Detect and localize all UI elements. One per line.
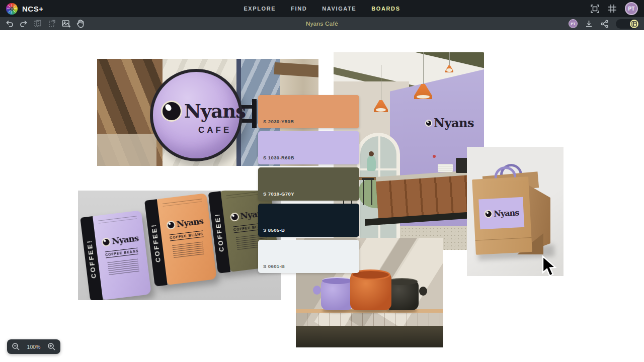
undo-icon[interactable]: [5, 19, 14, 28]
fit-to-screen-icon[interactable]: [590, 4, 600, 14]
panel-toggle[interactable]: [616, 19, 639, 29]
cafe-sign-disc: Nyans CAFE: [150, 69, 243, 161]
board-canvas[interactable]: Nyans CAFE Nyans: [0, 30, 644, 362]
bag-beans-text: COFFEE BEANS: [169, 230, 203, 241]
interior-wall-logo: Nyans: [425, 116, 474, 130]
bag-front: Nyans COFFEE BEANS: [157, 193, 217, 285]
color-swatch[interactable]: S 1030-R60B: [258, 131, 359, 164]
flower: [433, 155, 436, 158]
lamp-shade: [414, 84, 432, 99]
app-brand: NCS+: [6, 3, 43, 15]
subbar-right: PT: [569, 19, 639, 29]
color-swatch[interactable]: S 8505-B: [258, 204, 359, 237]
sign-stone-texture: [97, 134, 156, 166]
board-toolbar: Nyans Café PT: [0, 17, 644, 30]
cursor-arrow-icon: [541, 255, 556, 280]
swatch-code: S 0601-B: [263, 263, 285, 269]
color-swatch[interactable]: S 2030-Y50R: [258, 95, 359, 128]
coffee-bean-icon: [101, 237, 111, 247]
lamp-shade: [374, 100, 388, 112]
pendant-lamp: [414, 84, 432, 99]
bag-brand-text: Nyans: [494, 208, 519, 219]
swatch-code: S 1030-R60B: [263, 155, 294, 160]
sign-bracket-plate: [252, 99, 257, 128]
bag-zipper: [98, 216, 137, 223]
hand-tool-icon[interactable]: [76, 19, 85, 28]
bag-logo: Nyans: [95, 232, 145, 248]
board-title: Nyans Café: [306, 21, 338, 27]
mug-orange: [350, 273, 391, 310]
swatch-stack: S 2030-Y50R S 1030-R60B S 7010-G70Y S 85…: [258, 95, 359, 276]
bag-label: Nyans: [478, 197, 524, 230]
coffee-bean-icon: [484, 210, 493, 218]
topbar-right: PT: [590, 2, 638, 15]
swatch-code: S 2030-Y50R: [263, 119, 294, 124]
mug-purple: [321, 280, 353, 310]
share-icon[interactable]: [600, 20, 609, 28]
add-image-icon[interactable]: [61, 19, 71, 28]
nav-boards[interactable]: BOARDS: [371, 6, 400, 12]
wood-shelf: [296, 313, 443, 326]
interior-brand-text: Nyans: [434, 116, 474, 130]
bag-zipper: [163, 199, 202, 207]
ncs-color-wheel-icon: [6, 3, 18, 15]
coffee-bean-icon: [425, 120, 432, 127]
nav-find[interactable]: FIND: [291, 6, 307, 12]
bar-stool: [362, 178, 374, 205]
pendant-lamp: [445, 65, 453, 72]
bag-brand-text: Nyans: [111, 233, 139, 246]
sign-logo: Nyans: [161, 100, 246, 122]
grid-icon[interactable]: [608, 4, 617, 13]
avatar[interactable]: PT: [625, 2, 638, 15]
bag-front-face: Nyans: [472, 176, 532, 255]
coffee-bag-purple: COFFEE! Nyans COFFEE BEANS: [80, 210, 151, 300]
lamp-shade: [445, 65, 453, 72]
shelf-base: [296, 326, 443, 347]
collaborator-avatar[interactable]: PT: [569, 19, 578, 28]
nav-navigate[interactable]: NAVIGATE: [322, 6, 356, 12]
sign-brand-text: Nyans: [184, 100, 246, 122]
coffee-bean-icon: [166, 220, 176, 230]
download-icon[interactable]: [585, 20, 593, 28]
swatch-code: S 7010-G70Y: [263, 191, 294, 197]
cup-stack: [438, 164, 453, 172]
panel-toggle-knob: [630, 20, 638, 28]
bag-front: Nyans COFFEE BEANS: [93, 210, 151, 300]
zoom-in-icon[interactable]: [47, 342, 56, 351]
mug-handle: [313, 286, 321, 295]
zoom-out-icon[interactable]: [12, 342, 20, 351]
app-window: NCS+ EXPLORE FIND NAVIGATE BOARDS PT: [0, 0, 644, 362]
nav-explore[interactable]: EXPLORE: [244, 6, 276, 12]
swatch-code: S 8505-B: [263, 227, 285, 233]
bag-beans-text: COFFEE BEANS: [105, 248, 138, 258]
zoom-control: 100%: [7, 339, 60, 354]
top-app-bar: NCS+ EXPLORE FIND NAVIGATE BOARDS PT: [0, 0, 644, 17]
bag-paragraph: [172, 241, 204, 258]
zoom-level: 100%: [27, 344, 41, 350]
bag-logo: Nyans: [159, 215, 210, 231]
board-image-coffee-bags[interactable]: COFFEE! Nyans COFFEE BEANS COFFEE! Nyans…: [78, 191, 281, 300]
pendant-lamp: [374, 100, 388, 112]
bag-paragraph: [108, 258, 139, 275]
paste-icon[interactable]: [47, 19, 56, 28]
color-swatch[interactable]: S 0601-B: [258, 240, 359, 273]
color-swatch[interactable]: S 7010-G70Y: [258, 167, 359, 201]
redo-icon[interactable]: [19, 19, 28, 28]
main-nav: EXPLORE FIND NAVIGATE BOARDS: [244, 0, 400, 17]
sign-cafe-text: CAFE: [198, 125, 231, 135]
coffee-bean-icon: [230, 212, 239, 222]
coffee-bag-orange: COFFEE! Nyans COFFEE BEANS: [144, 193, 217, 287]
tools-left: [5, 19, 85, 28]
mug-handle: [419, 287, 427, 296]
bag-brand-text: Nyans: [176, 216, 204, 229]
seated-person: [367, 156, 376, 171]
app-name: NCS+: [22, 5, 43, 13]
duplicate-icon[interactable]: [33, 19, 42, 28]
coffee-bean-icon: [161, 101, 182, 122]
